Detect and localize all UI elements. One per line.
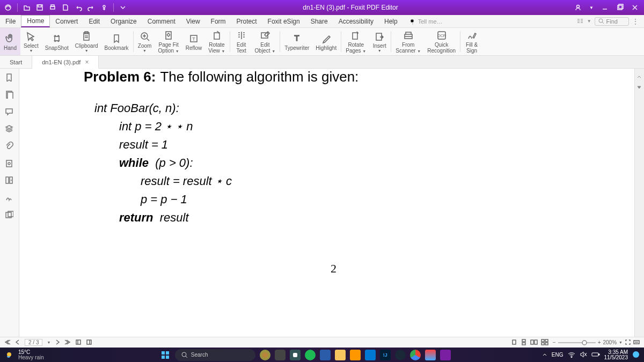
menu-share[interactable]: Share — [305, 15, 333, 27]
taskbar-search[interactable]: Search — [175, 349, 255, 361]
menu-foxit-esign[interactable]: Foxit eSign — [262, 15, 305, 27]
ribbon-select[interactable]: Select▼ — [20, 28, 42, 55]
rail-bookmark-icon[interactable] — [5, 73, 14, 83]
tab-file[interactable]: dn1-EN (3).pdf × — [32, 56, 99, 69]
ribbon-typewriter[interactable]: TTypewriter — [281, 28, 312, 55]
tab-close-icon[interactable]: × — [85, 58, 89, 66]
ribbon-fillsign[interactable]: Fill &Sign — [462, 28, 482, 55]
right-scroll-rail[interactable] — [634, 69, 644, 337]
menu-view[interactable]: View — [181, 15, 206, 27]
start-button[interactable] — [160, 350, 171, 360]
redo-icon[interactable] — [87, 4, 95, 11]
clock[interactable]: 3:35 AM 11/5/2023 — [604, 350, 628, 360]
zoom-slider[interactable] — [558, 340, 596, 345]
weather-icon[interactable] — [4, 350, 14, 360]
first-page-icon[interactable] — [4, 339, 11, 346]
app-2[interactable] — [275, 350, 286, 360]
ribbon-rotatepages[interactable]: RotatePages ▼ — [342, 28, 369, 55]
ribbon-snapshot[interactable]: SnapShot — [42, 28, 72, 55]
app-spotify[interactable] — [305, 350, 316, 360]
rail-thumb-icon[interactable] — [5, 176, 14, 186]
menu-organize[interactable]: Organize — [105, 15, 142, 27]
qat-dropdown-icon[interactable] — [119, 4, 127, 11]
ribbon-bookmark[interactable]: Bookmark — [101, 28, 132, 55]
menu-file[interactable]: File — [0, 15, 21, 27]
app-3[interactable] — [290, 350, 301, 360]
tell-me-box[interactable]: Tell me… — [409, 18, 443, 25]
save-icon[interactable] — [36, 4, 43, 11]
document-view[interactable]: Problem 6: The following algorithm is gi… — [19, 69, 634, 337]
scroll-icon[interactable] — [100, 4, 108, 11]
fullscreen-icon[interactable] — [625, 339, 631, 346]
app-chrome[interactable] — [410, 350, 421, 360]
collapse-icon[interactable] — [636, 83, 643, 89]
rail-attach-icon[interactable] — [5, 142, 14, 151]
user-dropdown-icon[interactable]: ▼ — [589, 5, 594, 10]
app-foxit[interactable] — [440, 350, 451, 360]
app-store[interactable] — [320, 350, 331, 360]
app-ps[interactable]: !J — [380, 350, 391, 360]
next-page-icon[interactable] — [55, 339, 60, 346]
user-icon[interactable] — [574, 4, 582, 11]
app-sublime[interactable] — [350, 350, 361, 360]
volume-icon[interactable] — [580, 351, 587, 359]
view-facing-icon[interactable] — [530, 339, 538, 346]
view-single-icon[interactable] — [511, 339, 517, 346]
app-steam[interactable] — [395, 350, 406, 360]
rail-sign-icon[interactable] — [5, 193, 14, 203]
open-icon[interactable] — [23, 4, 31, 11]
ribbon-reflow[interactable]: TReflow — [182, 28, 206, 55]
nav-icon-b[interactable] — [86, 339, 92, 346]
page-dropdown-icon[interactable]: ▼ — [47, 341, 50, 344]
menu-convert[interactable]: Convert — [50, 15, 83, 27]
view-continuous-icon[interactable] — [521, 339, 527, 346]
app-vscode[interactable] — [365, 350, 376, 360]
menu-overflow-icon[interactable]: ⋮ — [632, 18, 639, 25]
print-icon[interactable] — [49, 4, 56, 11]
page-indicator[interactable]: 2 / 3 — [25, 339, 42, 346]
ribbon-editobj[interactable]: EditObject ▼ — [252, 28, 279, 55]
ribbon-pagefit[interactable]: Page FitOption ▼ — [155, 28, 182, 55]
reading-icon[interactable] — [633, 339, 640, 346]
notifications-icon[interactable] — [632, 351, 640, 359]
menu-protect[interactable]: Protect — [231, 15, 262, 27]
nav-icon-a[interactable] — [75, 339, 82, 346]
app-explorer[interactable] — [335, 350, 346, 360]
last-page-icon[interactable] — [64, 339, 71, 346]
tray-lang[interactable]: ENG — [552, 352, 564, 358]
view-facing-cont-icon[interactable] — [541, 339, 548, 346]
rail-security-icon[interactable] — [5, 159, 14, 168]
tray-chevron-icon[interactable] — [542, 352, 547, 358]
readmode-dropdown-icon[interactable]: ▼ — [587, 19, 591, 24]
app-1[interactable] — [260, 350, 270, 360]
ribbon-insert[interactable]: Insert▼ — [369, 28, 390, 55]
newdoc-icon[interactable] — [62, 4, 69, 11]
maximize-icon[interactable] — [616, 4, 624, 11]
ribbon-edittext[interactable]: EditText — [231, 28, 252, 55]
ribbon-hand[interactable]: Hand — [0, 28, 20, 55]
close-icon[interactable] — [631, 4, 639, 11]
ribbon-rotate[interactable]: RotateView ▼ — [205, 28, 228, 55]
rail-share-icon[interactable] — [5, 210, 14, 220]
menu-accessibility[interactable]: Accessibility — [333, 15, 379, 27]
menu-comment[interactable]: Comment — [142, 15, 181, 27]
prev-page-icon[interactable] — [15, 339, 20, 346]
readmode-icon[interactable] — [576, 17, 584, 26]
ribbon-zoom[interactable]: Zoom▼ — [135, 28, 155, 55]
ribbon-highlight[interactable]: Highlight — [312, 28, 340, 55]
battery-icon[interactable] — [591, 352, 600, 358]
wifi-icon[interactable] — [568, 351, 575, 359]
ribbon-clipboard[interactable]: Clipboard▼ — [72, 28, 101, 55]
find-box[interactable]: Find — [595, 17, 629, 26]
undo-icon[interactable] — [75, 4, 82, 11]
zoom-out-icon[interactable]: − — [553, 339, 556, 345]
zoom-dropdown-icon[interactable]: ▼ — [619, 341, 623, 344]
menu-home[interactable]: Home — [21, 15, 50, 27]
weather-widget[interactable]: 15°C Heavy rain — [18, 350, 44, 360]
tab-start[interactable]: Start — [0, 56, 32, 68]
ribbon-ocr[interactable]: OCRQuickRecognition — [424, 28, 459, 55]
ribbon-scanner[interactable]: FromScanner ▼ — [392, 28, 424, 55]
menu-help[interactable]: Help — [379, 15, 403, 27]
menu-form[interactable]: Form — [206, 15, 231, 27]
app-10[interactable] — [425, 350, 436, 360]
